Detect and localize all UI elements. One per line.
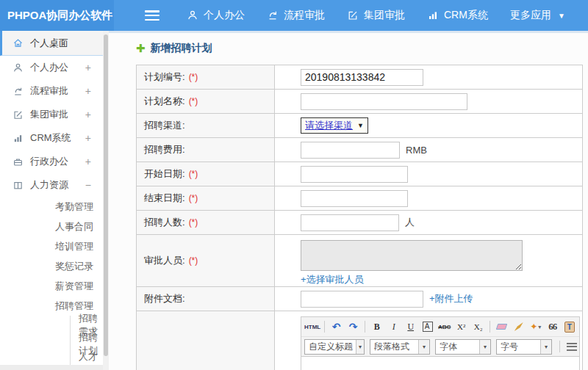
sidebar-vertical-scrollbar[interactable]: [103, 31, 109, 370]
headcount-input[interactable]: [301, 214, 399, 231]
superscript-button[interactable]: X²: [453, 319, 469, 335]
align-left-icon: [567, 343, 577, 351]
nav-personal-office[interactable]: 个人办公: [176, 0, 256, 31]
fee-input[interactable]: [301, 142, 400, 159]
attachment-upload-link[interactable]: +附件上传: [429, 292, 473, 305]
sidebar-item-hr[interactable]: 人力资源 −: [0, 173, 103, 197]
quick-format-button[interactable]: ✦▾: [528, 319, 543, 335]
sidebar-subitem-recruitment[interactable]: 招聘管理−: [0, 296, 103, 316]
required-mark: (*): [189, 72, 198, 82]
sidebar-item-admin-office[interactable]: 行政办公 +: [0, 150, 103, 173]
blockquote-button[interactable]: 66: [545, 319, 560, 335]
bold-button[interactable]: B: [369, 319, 384, 335]
fee-unit-label: RMB: [406, 145, 427, 156]
sidebar-subitem-rewards[interactable]: 奖惩记录: [0, 256, 103, 276]
label-text: 开始日期:: [144, 167, 185, 181]
share-icon: [12, 86, 24, 97]
editor-toolbar-row1: HTML ↶ ↷ B I U A ABC X² X₂: [301, 317, 579, 337]
select-value: 字号: [501, 341, 518, 353]
caret-down-icon: ▾: [540, 340, 551, 354]
attachment-input[interactable]: [301, 291, 423, 308]
nav-workflow-approval[interactable]: 流程审批: [256, 0, 336, 31]
form-row-plan-no: 计划编号: (*): [137, 65, 582, 90]
book-icon: [12, 180, 24, 191]
scrollbar-thumb[interactable]: [104, 35, 108, 356]
nav-label: 个人办公: [204, 9, 245, 22]
toolbar-separator: [559, 341, 560, 352]
nav-group-approval[interactable]: 集团审批: [336, 0, 416, 31]
sub-item-label: 奖惩记录: [55, 260, 93, 273]
caret-down-icon: ▾: [479, 340, 490, 354]
hamburger-menu-icon[interactable]: [145, 10, 159, 21]
sidebar-subitem-attendance[interactable]: 考勤管理: [0, 197, 103, 217]
sub-item-label: 人事合同: [55, 220, 93, 233]
field-label: 计划名称: (*): [137, 90, 275, 113]
collapse-icon[interactable]: −: [85, 179, 91, 191]
strikethrough-button[interactable]: ABC: [437, 319, 452, 335]
field-label: 开始日期: (*): [137, 162, 275, 186]
html-source-button[interactable]: HTML: [304, 319, 320, 335]
paragraph-format-select[interactable]: 段落格式▾: [370, 339, 430, 355]
page-title-text: 新增招聘计划: [151, 42, 212, 55]
end-date-input[interactable]: [301, 190, 408, 207]
subscript-button[interactable]: X₂: [470, 319, 486, 335]
expand-icon[interactable]: +: [85, 62, 91, 73]
plan-number-input[interactable]: [301, 69, 423, 86]
expand-icon[interactable]: +: [85, 280, 91, 292]
eraser-icon: [496, 324, 508, 330]
heading-style-select[interactable]: 自定义标题▾: [304, 339, 365, 355]
sidebar-subitem-salary[interactable]: 薪资管理+: [0, 276, 103, 296]
sidebar-item-personal-office[interactable]: 个人办公 +: [0, 56, 103, 79]
sidebar-subitem-training[interactable]: 培训管理: [0, 236, 103, 256]
field-label: 计划编号: (*): [137, 65, 275, 89]
nav-more-apps[interactable]: 更多应用 ▼: [499, 0, 576, 31]
expand-icon[interactable]: +: [85, 132, 91, 144]
font-style-button[interactable]: A: [423, 322, 433, 332]
format-painter-button[interactable]: [511, 319, 526, 335]
plan-name-input[interactable]: [301, 93, 467, 110]
clipboard-icon: T: [564, 322, 575, 333]
select-approvers-link[interactable]: +选择审批人员: [301, 273, 364, 286]
redo-button[interactable]: ↷: [345, 319, 361, 335]
recruitment-submenu: 招聘需求 招聘计划 人才库: [70, 316, 103, 365]
label-text: 结束日期:: [144, 192, 185, 205]
sidebar-horizontal-scrollbar[interactable]: [0, 365, 103, 370]
underline-button[interactable]: U: [403, 319, 418, 335]
required-mark: (*): [189, 217, 198, 228]
start-date-input[interactable]: [301, 166, 408, 183]
align-left-button[interactable]: [564, 339, 579, 355]
sidebar-item-crm[interactable]: CRM系统 +: [0, 126, 103, 150]
sidebar-subitem-hr-contract[interactable]: 人事合同: [0, 217, 103, 236]
caret-down-icon: ▼: [558, 12, 565, 20]
sidebar-item-label: 人力资源: [30, 178, 68, 192]
channel-select[interactable]: 请选择渠道 ▼: [301, 117, 368, 134]
sidebar-item-label: 行政办公: [30, 155, 68, 168]
expand-icon[interactable]: +: [85, 85, 91, 97]
field-label: 附件文档:: [137, 287, 275, 311]
form-row-attachment: 附件文档: +附件上传: [137, 287, 582, 311]
sidebar-item-workflow-approval[interactable]: 流程审批 +: [0, 79, 103, 103]
remove-format-button[interactable]: [494, 319, 509, 335]
label-text: 招聘人数:: [144, 216, 185, 229]
page-title: ✚ 新增招聘计划: [136, 42, 588, 55]
sidebar-item-group-approval[interactable]: 集团审批 +: [0, 103, 103, 126]
expand-icon[interactable]: +: [85, 156, 91, 167]
italic-button[interactable]: I: [386, 319, 401, 335]
paste-as-text-button[interactable]: T: [562, 319, 577, 335]
bar-chart-icon: [12, 133, 24, 144]
label-text: 计划名称:: [144, 95, 185, 108]
toolbar-separator: [324, 321, 325, 333]
font-family-select[interactable]: 字体▾: [435, 339, 491, 355]
home-icon: [12, 37, 24, 48]
required-mark: (*): [189, 193, 198, 203]
expand-icon[interactable]: +: [85, 109, 91, 120]
editor-content-area[interactable]: [301, 357, 579, 370]
font-size-select[interactable]: 字号▾: [496, 339, 552, 355]
nav-crm-system[interactable]: CRM系统: [416, 0, 499, 31]
sidebar-item-desktop[interactable]: 个人桌面: [0, 31, 103, 56]
collapse-icon[interactable]: −: [85, 300, 91, 312]
sidebar-subsubitem-talent-pool[interactable]: 人才库: [71, 354, 103, 365]
undo-button[interactable]: ↶: [329, 319, 344, 335]
approvers-textarea[interactable]: [301, 240, 523, 271]
bar-chart-icon: [427, 10, 439, 21]
